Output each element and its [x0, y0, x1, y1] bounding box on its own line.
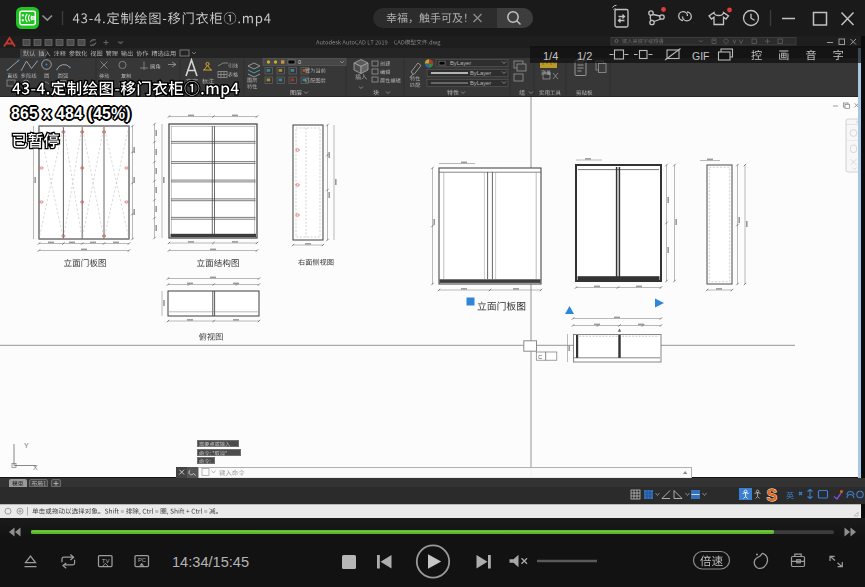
svg-text:C: C	[538, 354, 542, 360]
svg-text:Y: Y	[24, 442, 29, 449]
svg-text:1/2: 1/2	[577, 50, 592, 62]
svg-text:GIF: GIF	[692, 50, 710, 62]
svg-text:S: S	[767, 487, 778, 504]
svg-text:14:34/15:45: 14:34/15:45	[172, 554, 249, 570]
svg-text:1/4: 1/4	[543, 50, 558, 62]
svg-text:PC: PC	[138, 557, 146, 563]
svg-text:TV: TV	[102, 558, 110, 564]
svg-text:X: X	[33, 464, 38, 471]
